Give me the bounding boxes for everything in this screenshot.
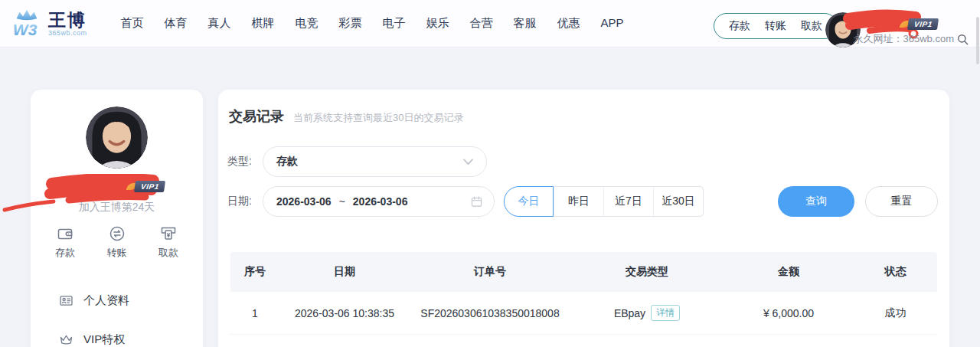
nav-item-home[interactable]: 首页 bbox=[121, 16, 144, 31]
range-30days-button[interactable]: 近30日 bbox=[653, 187, 703, 216]
vip-level-badge: VIP1 bbox=[127, 181, 165, 192]
main-nav: 首页 体育 真人 棋牌 电竞 彩票 电子 娱乐 合营 客服 优惠 APP bbox=[121, 16, 624, 31]
col-type: 交易类型 bbox=[570, 265, 724, 279]
filter-buttons: 查询 重置 bbox=[778, 186, 940, 217]
search-icon[interactable] bbox=[956, 33, 969, 46]
svg-text:W3: W3 bbox=[13, 21, 38, 38]
table-header-row: 序号 日期 订单号 交易类型 金额 状态 bbox=[230, 252, 937, 292]
panel-header: 交易记录 当前系统支持查询最近30日的交易记录 bbox=[227, 107, 940, 126]
date-label: 日期: bbox=[227, 195, 263, 208]
page-subtitle: 当前系统支持查询最近30日的交易记录 bbox=[293, 111, 463, 125]
quick-action-label: 取款 bbox=[158, 246, 178, 260]
profile-avatar[interactable] bbox=[86, 106, 148, 169]
crown-icon bbox=[58, 332, 74, 347]
detail-link[interactable]: 详情 bbox=[651, 305, 680, 321]
date-range-input[interactable]: 2026-03-06 ~ 2026-03-06 bbox=[263, 186, 495, 217]
payment-method: EBpay bbox=[614, 307, 645, 319]
quick-action-label: 转账 bbox=[107, 246, 127, 260]
sidebar-item-label: VIP特权 bbox=[83, 332, 125, 347]
col-status: 状态 bbox=[854, 265, 937, 279]
vip-level-text: VIP1 bbox=[907, 18, 939, 30]
type-label: 类型: bbox=[227, 155, 263, 169]
table-row: 1 2026-03-06 10:38:35 SF2026030610383500… bbox=[230, 292, 937, 335]
date-start-value: 2026-03-06 bbox=[276, 195, 332, 208]
reset-button[interactable]: 重置 bbox=[865, 186, 938, 217]
avatar-image bbox=[86, 106, 148, 169]
nav-item-sports[interactable]: 体育 bbox=[165, 16, 188, 31]
range-yesterday-button[interactable]: 昨日 bbox=[554, 187, 603, 216]
calendar-icon[interactable] bbox=[470, 195, 483, 208]
quick-action-label: 存款 bbox=[55, 246, 75, 260]
range-today-button[interactable]: 今日 bbox=[504, 186, 554, 217]
nav-item-lottery[interactable]: 彩票 bbox=[339, 16, 362, 31]
transaction-records-panel: 交易记录 当前系统支持查询最近30日的交易记录 类型: 存款 日期: 2026-… bbox=[218, 90, 949, 347]
type-select[interactable]: 存款 bbox=[263, 146, 487, 177]
nav-item-affiliate[interactable]: 合营 bbox=[470, 16, 493, 31]
col-amount: 金额 bbox=[724, 265, 854, 279]
nav-item-esports[interactable]: 电竞 bbox=[296, 16, 318, 31]
date-end-value: 2026-03-06 bbox=[353, 195, 408, 208]
nav-item-slots[interactable]: 电子 bbox=[383, 16, 406, 31]
type-filter-row: 类型: 存款 bbox=[227, 146, 940, 177]
profile-sidebar-card: VIP1 加入王博第24天 存款 转账 取款 bbox=[31, 90, 203, 347]
row-status: 成功 bbox=[854, 306, 937, 320]
transfer-icon bbox=[108, 224, 126, 243]
nav-item-service[interactable]: 客服 bbox=[514, 16, 537, 31]
page-title: 交易记录 bbox=[229, 107, 284, 126]
sidebar-item-vip[interactable]: VIP特权 bbox=[31, 320, 203, 347]
nav-item-entertainment[interactable]: 娱乐 bbox=[426, 16, 449, 31]
nav-item-board-games[interactable]: 棋牌 bbox=[252, 16, 275, 31]
date-separator: ~ bbox=[339, 195, 345, 208]
row-type: EBpay 详情 bbox=[570, 305, 724, 321]
chevron-down-icon bbox=[463, 159, 473, 165]
quick-action-deposit[interactable]: 存款 bbox=[55, 224, 75, 260]
sidebar-item-label: 个人资料 bbox=[83, 293, 129, 308]
vip-level-text: VIP1 bbox=[134, 181, 165, 192]
nav-item-app[interactable]: APP bbox=[601, 16, 624, 31]
col-date: 日期 bbox=[279, 265, 410, 279]
wallet-icon bbox=[56, 224, 74, 243]
range-7days-button[interactable]: 近7日 bbox=[603, 187, 653, 216]
permanent-url-text: 永久网址：365wb.com bbox=[854, 32, 954, 46]
row-date: 2026-03-06 10:38:35 bbox=[279, 307, 410, 319]
row-index: 1 bbox=[230, 307, 279, 319]
permanent-url-bar: 永久网址：365wb.com bbox=[854, 32, 969, 46]
date-filter-row: 日期: 2026-03-06 ~ 2026-03-06 今日 昨日 近7日 近3… bbox=[227, 186, 940, 217]
quick-action-transfer[interactable]: 转账 bbox=[107, 224, 127, 260]
nav-item-promo[interactable]: 优惠 bbox=[557, 16, 580, 31]
sidebar-menu: 个人资料 VIP特权 bbox=[31, 281, 203, 347]
type-select-value: 存款 bbox=[276, 155, 298, 169]
transactions-table: 序号 日期 订单号 交易类型 金额 状态 1 2026-03-06 10:38:… bbox=[230, 252, 937, 335]
row-order-no: SF202603061038350018008 bbox=[410, 307, 570, 319]
logo-domain-text: 365wb.com bbox=[48, 29, 87, 37]
row-amount: ¥ 6,000.00 bbox=[724, 307, 854, 319]
wallet-actions-pill: 存款 转账 取款 bbox=[714, 13, 838, 39]
vip-level-badge: VIP1 bbox=[900, 18, 938, 30]
join-days-text: 加入王博第24天 bbox=[31, 201, 203, 214]
top-header: W3 王博 365wb.com 首页 体育 真人 棋牌 电竞 彩票 电子 娱乐 … bbox=[0, 0, 980, 47]
scrollbar-thumb[interactable] bbox=[976, 17, 979, 64]
query-button[interactable]: 查询 bbox=[778, 186, 854, 217]
withdraw-link[interactable]: 取款 bbox=[801, 19, 822, 33]
id-card-icon bbox=[58, 293, 74, 309]
quick-action-withdraw[interactable]: 取款 bbox=[158, 224, 178, 260]
wallet-quick-actions: 存款 转账 取款 bbox=[31, 224, 203, 260]
header-user-area: 存款 转账 取款 bbox=[712, 0, 980, 47]
nav-item-live-casino[interactable]: 真人 bbox=[208, 16, 231, 31]
quick-range-group: 今日 昨日 近7日 近30日 bbox=[504, 186, 704, 217]
col-order-no: 订单号 bbox=[410, 265, 570, 279]
atm-icon bbox=[159, 224, 178, 243]
crown-w3-logo-icon: W3 bbox=[11, 8, 43, 40]
sidebar-item-profile[interactable]: 个人资料 bbox=[31, 281, 203, 320]
deposit-link[interactable]: 存款 bbox=[729, 19, 750, 33]
site-logo[interactable]: W3 王博 365wb.com bbox=[11, 8, 87, 40]
logo-brand-text: 王博 bbox=[48, 11, 87, 29]
col-index: 序号 bbox=[230, 265, 279, 279]
transfer-link[interactable]: 转账 bbox=[765, 19, 786, 33]
